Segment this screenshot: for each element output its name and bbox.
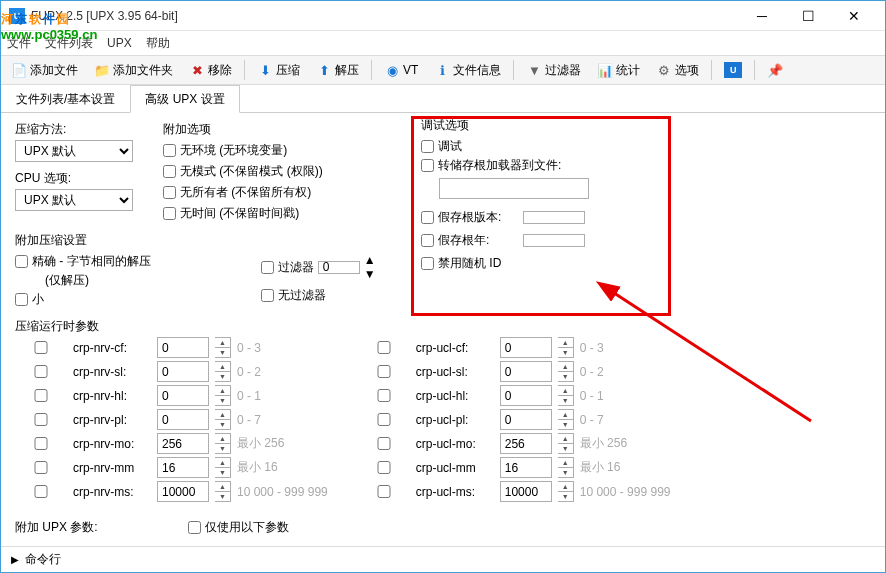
- param-check[interactable]: [15, 341, 67, 354]
- cpu-option-label: CPU 选项:: [15, 170, 133, 187]
- param-input[interactable]: [500, 433, 552, 454]
- maximize-button[interactable]: ☐: [785, 1, 831, 31]
- param-spinner[interactable]: ▲▼: [558, 337, 574, 358]
- fakever-checkbox[interactable]: [421, 211, 434, 224]
- param-check[interactable]: [15, 437, 67, 450]
- param-check[interactable]: [15, 389, 67, 402]
- param-check[interactable]: [358, 437, 410, 450]
- param-input[interactable]: [500, 409, 552, 430]
- debug-options: 调试选项 调试 转储存根加载器到文件: 假存根版本: 假存根年: 禁用随机 ID: [421, 117, 661, 274]
- vt-icon: ◉: [384, 62, 400, 78]
- fakever-input[interactable]: [523, 211, 585, 224]
- param-check[interactable]: [15, 413, 67, 426]
- compress-method-select[interactable]: UPX 默认: [15, 140, 133, 162]
- nofilter-checkbox[interactable]: 无过滤器: [261, 287, 376, 304]
- onlyuse-checkbox[interactable]: 仅使用以下参数: [188, 519, 289, 536]
- menu-file[interactable]: 文件: [7, 35, 31, 52]
- fakeyear-input[interactable]: [523, 234, 585, 247]
- param-input[interactable]: [500, 481, 552, 502]
- param-name: crp-ucl-mo:: [416, 437, 494, 451]
- param-spinner[interactable]: ▲▼: [215, 457, 231, 478]
- param-input[interactable]: [500, 385, 552, 406]
- compress-button[interactable]: ⬇压缩: [251, 59, 306, 82]
- add-folder-button[interactable]: 📁添加文件夹: [88, 59, 179, 82]
- tabs: 文件列表/基本设置 高级 UPX 设置: [1, 85, 885, 113]
- param-input[interactable]: [157, 457, 209, 478]
- param-check[interactable]: [15, 461, 67, 474]
- param-name: crp-ucl-pl:: [416, 413, 494, 427]
- param-spinner[interactable]: ▲▼: [215, 481, 231, 502]
- options-button[interactable]: ⚙选项: [650, 59, 705, 82]
- pin-button[interactable]: 📌: [761, 59, 789, 81]
- minimize-button[interactable]: ─: [739, 1, 785, 31]
- param-check[interactable]: [358, 365, 410, 378]
- toolbar: 📄添加文件 📁添加文件夹 ✖移除 ⬇压缩 ⬆解压 ◉VT ℹ文件信息 ▼过滤器 …: [1, 55, 885, 85]
- param-spinner[interactable]: ▲▼: [558, 481, 574, 502]
- noowner-checkbox[interactable]: 无所有者 (不保留所有权): [163, 184, 323, 201]
- add-file-button[interactable]: 📄添加文件: [5, 59, 84, 82]
- param-input[interactable]: [157, 409, 209, 430]
- param-name: crp-ucl-mm: [416, 461, 494, 475]
- param-check[interactable]: [358, 341, 410, 354]
- param-spinner[interactable]: ▲▼: [215, 409, 231, 430]
- param-hint: 0 - 3: [580, 341, 604, 355]
- close-button[interactable]: ✕: [831, 1, 877, 31]
- filter-button[interactable]: ▼过滤器: [520, 59, 587, 82]
- param-spinner[interactable]: ▲▼: [558, 457, 574, 478]
- param-input[interactable]: [157, 433, 209, 454]
- param-check[interactable]: [358, 485, 410, 498]
- decompress-button[interactable]: ⬆解压: [310, 59, 365, 82]
- filter-input[interactable]: [318, 261, 360, 274]
- param-check[interactable]: [358, 461, 410, 474]
- filter-checkbox[interactable]: [261, 261, 274, 274]
- param-input[interactable]: [157, 337, 209, 358]
- param-hint: 0 - 7: [580, 413, 604, 427]
- param-spinner[interactable]: ▲▼: [215, 361, 231, 382]
- debug-checkbox[interactable]: 调试: [421, 138, 661, 155]
- upx-site-button[interactable]: U: [718, 59, 748, 81]
- remove-icon: ✖: [189, 62, 205, 78]
- param-input[interactable]: [157, 385, 209, 406]
- param-check[interactable]: [358, 389, 410, 402]
- param-hint: 0 - 2: [237, 365, 261, 379]
- param-spinner[interactable]: ▲▼: [215, 337, 231, 358]
- norand-checkbox[interactable]: 禁用随机 ID: [421, 255, 661, 272]
- param-input[interactable]: [157, 361, 209, 382]
- param-spinner[interactable]: ▲▼: [215, 433, 231, 454]
- param-check[interactable]: [15, 485, 67, 498]
- param-input[interactable]: [500, 457, 552, 478]
- tab-advanced[interactable]: 高级 UPX 设置: [130, 85, 239, 113]
- param-spinner[interactable]: ▲▼: [558, 409, 574, 430]
- param-input[interactable]: [500, 361, 552, 382]
- small-checkbox[interactable]: 小: [15, 291, 151, 308]
- param-check[interactable]: [15, 365, 67, 378]
- commandline-bar[interactable]: ▶ 命令行: [1, 546, 885, 572]
- filter-spinner[interactable]: ▲▼: [364, 253, 376, 281]
- param-input[interactable]: [500, 337, 552, 358]
- vt-button[interactable]: ◉VT: [378, 59, 424, 81]
- decompress-icon: ⬆: [316, 62, 332, 78]
- menu-help[interactable]: 帮助: [146, 35, 170, 52]
- tab-basic[interactable]: 文件列表/基本设置: [1, 85, 130, 113]
- param-name: crp-nrv-cf:: [73, 341, 151, 355]
- dump-input[interactable]: [439, 178, 589, 199]
- param-spinner[interactable]: ▲▼: [215, 385, 231, 406]
- remove-button[interactable]: ✖移除: [183, 59, 238, 82]
- param-spinner[interactable]: ▲▼: [558, 433, 574, 454]
- menu-filelist[interactable]: 文件列表: [45, 35, 93, 52]
- exact-checkbox[interactable]: 精确 - 字节相同的解压: [15, 253, 151, 270]
- menu-upx[interactable]: UPX: [107, 36, 132, 50]
- nomode-checkbox[interactable]: 无模式 (不保留模式 (权限)): [163, 163, 323, 180]
- cpu-option-select[interactable]: UPX 默认: [15, 189, 133, 211]
- fileinfo-button[interactable]: ℹ文件信息: [428, 59, 507, 82]
- param-spinner[interactable]: ▲▼: [558, 361, 574, 382]
- fakeyear-checkbox[interactable]: [421, 234, 434, 247]
- param-input[interactable]: [157, 481, 209, 502]
- param-spinner[interactable]: ▲▼: [558, 385, 574, 406]
- notime-checkbox[interactable]: 无时间 (不保留时间戳): [163, 205, 323, 222]
- dump-checkbox[interactable]: 转储存根加载器到文件:: [421, 157, 661, 174]
- additional-params-row: 附加 UPX 参数: 仅使用以下参数: [15, 517, 289, 538]
- stats-button[interactable]: 📊统计: [591, 59, 646, 82]
- noenv-checkbox[interactable]: 无环境 (无环境变量): [163, 142, 323, 159]
- param-check[interactable]: [358, 413, 410, 426]
